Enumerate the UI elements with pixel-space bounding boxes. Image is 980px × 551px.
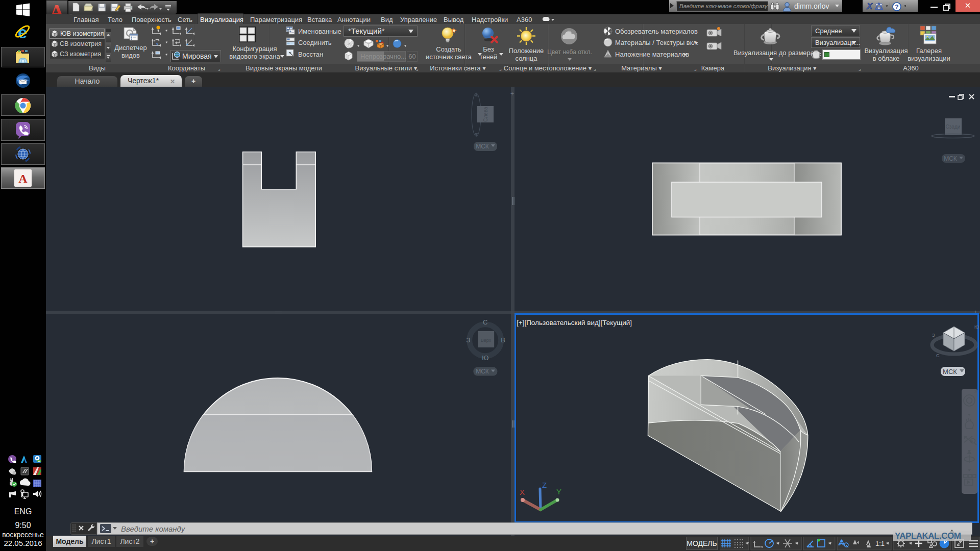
- svg-text:Ю: Ю: [482, 354, 488, 362]
- svg-text:МСК: МСК: [476, 143, 489, 150]
- svg-text:X: X: [520, 488, 525, 496]
- svg-text:Y: Y: [556, 487, 561, 496]
- svg-text:З: З: [467, 336, 471, 344]
- svg-text:Слева: Слева: [483, 107, 488, 122]
- svg-text:?: ?: [895, 4, 898, 11]
- svg-text:С: С: [936, 353, 940, 358]
- svg-text:В: В: [501, 336, 505, 344]
- svg-text:МСК: МСК: [476, 368, 489, 375]
- svg-text:Сзади: Сзади: [946, 124, 961, 130]
- svg-text:A: A: [18, 172, 28, 185]
- svg-text:[+][Пользовательский вид][Теку: [+][Пользовательский вид][Текущий]: [517, 319, 632, 327]
- svg-text:+: +: [510, 90, 514, 97]
- svg-text:✕: ✕: [974, 389, 978, 394]
- svg-text:x: x: [156, 42, 159, 46]
- svg-text:Верх: Верх: [481, 338, 492, 343]
- svg-text:Z: Z: [542, 481, 547, 489]
- svg-text:Ю: Ю: [974, 324, 979, 330]
- svg-text:МСК: МСК: [943, 368, 957, 375]
- svg-text:МСК: МСК: [944, 155, 957, 162]
- svg-text:1:1: 1:1: [875, 540, 885, 547]
- svg-text:З: З: [932, 333, 935, 338]
- svg-text:С: С: [483, 318, 487, 326]
- svg-text:X: X: [866, 2, 873, 11]
